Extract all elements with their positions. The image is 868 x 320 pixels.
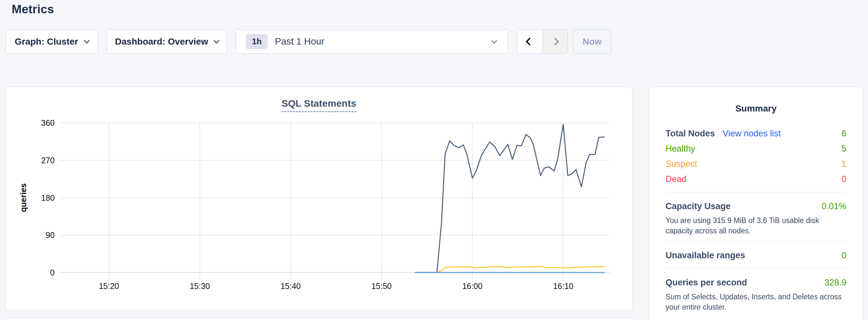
node-status-row: Total NodesView nodes list6 xyxy=(665,126,846,141)
previous-time-window-button[interactable] xyxy=(517,30,542,53)
time-window-selector[interactable]: 1h Past 1 Hour xyxy=(236,29,508,54)
summary-sections: Capacity Usage0.01%You are using 315.9 M… xyxy=(665,192,846,312)
row-value: 1 xyxy=(841,156,846,172)
y-axis-tick-label: 180 xyxy=(41,193,55,202)
row-label: Dead xyxy=(665,172,687,187)
chevron-left-icon xyxy=(526,37,534,45)
section-label: Queries per second xyxy=(665,275,747,290)
node-status-rows: Total NodesView nodes list6Healthy5Suspe… xyxy=(665,126,846,187)
page-title: Metrics xyxy=(12,3,54,16)
time-window-pager xyxy=(517,29,568,54)
x-axis-tick-label: 15:40 xyxy=(280,282,301,291)
node-status-row: Suspect1 xyxy=(665,156,846,172)
row-value: 0 xyxy=(841,172,846,187)
section-value: 0 xyxy=(841,248,846,263)
divider xyxy=(665,192,846,192)
sql-statements-line-chart[interactable]: 09018027036015:2015:3015:4015:5016:0016:… xyxy=(5,87,632,310)
y-axis-tick-label: 90 xyxy=(45,230,55,239)
section-label: Capacity Usage xyxy=(665,199,731,214)
time-window-label: Past 1 Hour xyxy=(275,36,324,47)
dark-blue-series-line xyxy=(415,124,604,273)
section-label: Unavailable ranges xyxy=(665,248,745,263)
chevron-down-icon xyxy=(214,37,220,43)
x-axis-tick-label: 15:50 xyxy=(371,282,392,291)
x-axis-tick-label: 16:00 xyxy=(462,282,483,291)
chevron-down-icon xyxy=(84,37,90,43)
time-window-badge: 1h xyxy=(246,34,268,49)
chevron-right-icon xyxy=(551,37,559,45)
summary-section-row: Queries per second328.9 xyxy=(665,275,846,290)
section-value: 328.9 xyxy=(824,275,846,290)
next-time-window-button-disabled[interactable] xyxy=(542,30,568,53)
section-value: 0.01% xyxy=(822,199,846,214)
divider xyxy=(665,268,846,268)
graph-scope-dropdown[interactable]: Graph: Cluster xyxy=(5,29,98,54)
summary-panel: Summary Total NodesView nodes list6Healt… xyxy=(649,87,863,320)
graph-scope-dropdown-label: Graph: Cluster xyxy=(14,36,78,47)
y-axis-title: queries xyxy=(19,183,28,212)
yellow-series-line xyxy=(415,266,604,273)
chevron-down-icon xyxy=(492,38,497,43)
divider xyxy=(665,241,846,242)
view-nodes-list-link[interactable]: View nodes list xyxy=(723,126,781,141)
dashboard-dropdown-label: Dashboard: Overview xyxy=(115,36,208,47)
row-value: 5 xyxy=(841,141,846,156)
node-status-row: Dead0 xyxy=(665,172,846,187)
row-label: Suspect xyxy=(665,156,697,172)
now-button[interactable]: Now xyxy=(573,29,611,54)
row-label: Total Nodes xyxy=(665,126,715,141)
x-axis-tick-label: 16:10 xyxy=(553,282,574,291)
sql-statements-chart-card: SQL Statements 09018027036015:2015:3015:… xyxy=(5,87,632,310)
section-description: Sum of Selects, Updates, Inserts, and De… xyxy=(665,292,846,312)
x-axis-tick-label: 15:20 xyxy=(99,282,119,291)
node-status-row: Healthy5 xyxy=(665,141,846,156)
y-axis-tick-label: 270 xyxy=(41,156,55,165)
summary-title: Summary xyxy=(665,103,846,114)
summary-section-row: Unavailable ranges0 xyxy=(665,248,846,263)
x-axis-tick-label: 15:30 xyxy=(189,282,210,291)
summary-section-row: Capacity Usage0.01% xyxy=(665,199,846,214)
y-axis-tick-label: 360 xyxy=(41,118,55,127)
section-description: You are using 315.9 MiB of 3.6 TiB usabl… xyxy=(665,215,846,236)
row-label: Healthy xyxy=(665,141,695,156)
row-value: 6 xyxy=(841,126,846,141)
y-axis-tick-label: 0 xyxy=(50,268,55,277)
dashboard-dropdown[interactable]: Dashboard: Overview xyxy=(107,29,227,54)
next-chart-card-sliver xyxy=(5,318,632,320)
